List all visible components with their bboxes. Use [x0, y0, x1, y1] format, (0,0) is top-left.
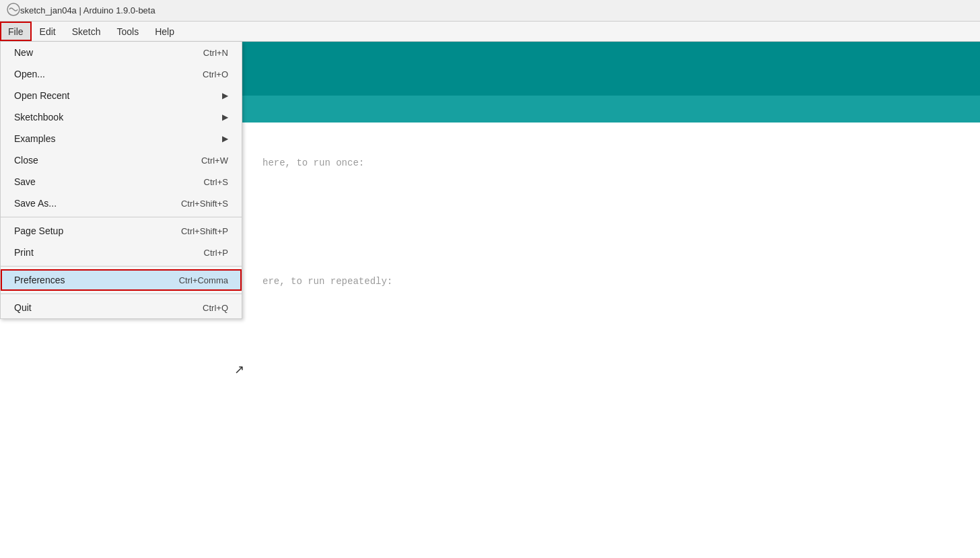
menu-item-page-setup-label: Page Setup: [14, 225, 161, 236]
menu-tools[interactable]: Tools: [109, 22, 147, 41]
menu-item-preferences[interactable]: Preferences Ctrl+Comma: [1, 269, 242, 291]
menu-item-print-shortcut: Ctrl+P: [204, 248, 228, 258]
menu-help[interactable]: Help: [147, 22, 182, 41]
menu-sketch-label: Sketch: [72, 26, 101, 37]
menu-item-save-as[interactable]: Save As... Ctrl+Shift+S: [1, 193, 242, 214]
menu-item-examples-label: Examples: [14, 133, 215, 144]
menu-tools-label: Tools: [117, 26, 139, 37]
separator-1: [1, 217, 242, 217]
menu-item-quit[interactable]: Quit Ctrl+Q: [1, 297, 242, 318]
menu-item-page-setup[interactable]: Page Setup Ctrl+Shift+P: [1, 220, 242, 242]
editor-area: here, to run once: ere, to run repeatedl…: [242, 144, 980, 558]
menu-sketch[interactable]: Sketch: [64, 22, 109, 41]
editor-line-1: here, to run once:: [262, 158, 960, 168]
menu-item-save-as-shortcut: Ctrl+Shift+S: [181, 199, 228, 209]
menu-item-close[interactable]: Close Ctrl+W: [1, 149, 242, 171]
menu-item-open[interactable]: Open... Ctrl+O: [1, 63, 242, 85]
menu-item-print[interactable]: Print Ctrl+P: [1, 242, 242, 263]
menu-file[interactable]: File: [0, 22, 32, 41]
menu-item-new-label: New: [14, 47, 183, 58]
separator-2: [1, 266, 242, 267]
menu-edit[interactable]: Edit: [32, 22, 64, 41]
menu-item-new[interactable]: New Ctrl+N: [1, 42, 242, 63]
menu-item-open-recent[interactable]: Open Recent ▶: [1, 85, 242, 106]
window-title: sketch_jan04a | Arduino 1.9.0-beta: [20, 5, 155, 15]
app-logo: [7, 3, 20, 18]
menu-item-close-shortcut: Ctrl+W: [201, 155, 228, 166]
open-recent-arrow-icon: ▶: [222, 91, 228, 100]
menu-edit-label: Edit: [40, 26, 56, 37]
menu-item-open-recent-label: Open Recent: [14, 90, 215, 101]
menu-item-page-setup-shortcut: Ctrl+Shift+P: [181, 226, 228, 236]
menu-item-save-shortcut: Ctrl+S: [204, 177, 228, 187]
menu-item-new-shortcut: Ctrl+N: [203, 48, 228, 58]
menu-item-open-shortcut: Ctrl+O: [203, 69, 228, 79]
menu-item-close-label: Close: [14, 155, 181, 166]
examples-arrow-icon: ▶: [222, 134, 228, 143]
menu-item-preferences-shortcut: Ctrl+Comma: [179, 275, 228, 285]
menu-item-sketchbook-label: Sketchbook: [14, 112, 215, 123]
title-bar: sketch_jan04a | Arduino 1.9.0-beta: [0, 0, 980, 22]
menu-file-label: File: [8, 26, 24, 37]
menu-item-print-label: Print: [14, 247, 184, 258]
menu-item-save[interactable]: Save Ctrl+S: [1, 171, 242, 193]
menu-item-quit-label: Quit: [14, 302, 182, 313]
menu-bar: File Edit Sketch Tools Help: [0, 22, 980, 42]
menu-item-save-label: Save: [14, 176, 184, 187]
menu-item-quit-shortcut: Ctrl+Q: [203, 303, 228, 313]
menu-item-save-as-label: Save As...: [14, 198, 161, 209]
sketchbook-arrow-icon: ▶: [222, 112, 228, 122]
separator-3: [1, 293, 242, 294]
menu-item-examples[interactable]: Examples ▶: [1, 128, 242, 149]
editor-line-2: ere, to run repeatedly:: [262, 276, 960, 287]
menu-item-open-label: Open...: [14, 69, 182, 79]
menu-help-label: Help: [155, 26, 174, 37]
menu-item-sketchbook[interactable]: Sketchbook ▶: [1, 106, 242, 128]
menu-item-preferences-label: Preferences: [14, 275, 159, 285]
file-dropdown-menu: New Ctrl+N Open... Ctrl+O Open Recent ▶ …: [0, 42, 242, 319]
